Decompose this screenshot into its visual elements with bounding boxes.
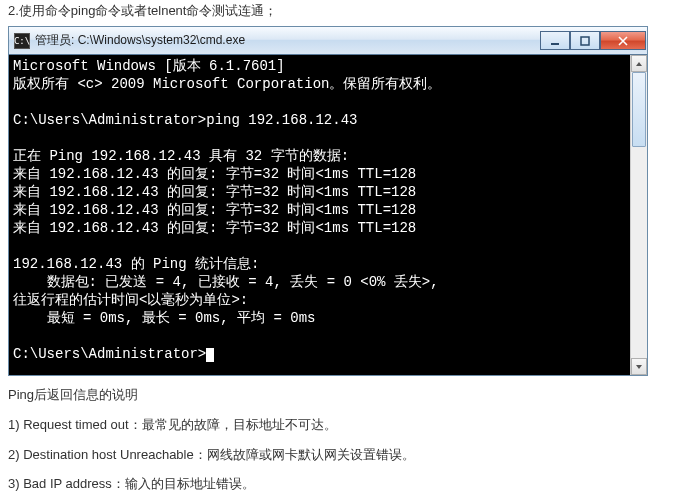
console-line: 来自 192.168.12.43 的回复: 字节=32 时间<1ms TTL=1… bbox=[13, 219, 643, 237]
svg-rect-0 bbox=[551, 43, 559, 45]
vertical-scrollbar[interactable] bbox=[630, 55, 647, 375]
step-header: 2.使用命令ping命令或者telnent命令测试连通； bbox=[0, 0, 673, 26]
cmd-window: C:\ 管理员: C:\Windows\system32\cmd.exe Mic… bbox=[8, 26, 648, 376]
scroll-thumb[interactable] bbox=[632, 72, 646, 147]
titlebar[interactable]: C:\ 管理员: C:\Windows\system32\cmd.exe bbox=[9, 27, 647, 55]
console-line: 数据包: 已发送 = 4, 已接收 = 4, 丢失 = 0 <0% 丢失>, bbox=[13, 273, 643, 291]
console-line: C:\Users\Administrator>ping 192.168.12.4… bbox=[13, 111, 643, 129]
console-line: C:\Users\Administrator> bbox=[13, 345, 643, 363]
cursor bbox=[206, 348, 214, 362]
console-output[interactable]: Microsoft Windows [版本 6.1.7601]版权所有 <c> … bbox=[9, 55, 647, 375]
console-line: 来自 192.168.12.43 的回复: 字节=32 时间<1ms TTL=1… bbox=[13, 165, 643, 183]
app-icon: C:\ bbox=[14, 33, 30, 49]
chevron-down-icon bbox=[635, 364, 643, 370]
console-line: 来自 192.168.12.43 的回复: 字节=32 时间<1ms TTL=1… bbox=[13, 183, 643, 201]
console-line bbox=[13, 237, 643, 255]
minimize-icon bbox=[550, 36, 560, 46]
maximize-button[interactable] bbox=[570, 31, 600, 50]
console-line bbox=[13, 129, 643, 147]
explanation-list: 1) Request timed out：最常见的故障，目标地址不可达。2) D… bbox=[0, 410, 673, 500]
scroll-down-button[interactable] bbox=[631, 358, 647, 375]
console-line: Microsoft Windows [版本 6.1.7601] bbox=[13, 57, 643, 75]
close-icon bbox=[617, 36, 629, 46]
chevron-up-icon bbox=[635, 61, 643, 67]
explanation-item: 3) Bad IP address：输入的目标地址错误。 bbox=[8, 469, 665, 499]
minimize-button[interactable] bbox=[540, 31, 570, 50]
window-title: 管理员: C:\Windows\system32\cmd.exe bbox=[35, 32, 540, 49]
svg-rect-1 bbox=[581, 37, 589, 45]
console-line bbox=[13, 327, 643, 345]
console-line: 正在 Ping 192.168.12.43 具有 32 字节的数据: bbox=[13, 147, 643, 165]
console-line: 来自 192.168.12.43 的回复: 字节=32 时间<1ms TTL=1… bbox=[13, 201, 643, 219]
console-line: 192.168.12.43 的 Ping 统计信息: bbox=[13, 255, 643, 273]
scroll-track[interactable] bbox=[631, 72, 647, 358]
console-line: 最短 = 0ms, 最长 = 0ms, 平均 = 0ms bbox=[13, 309, 643, 327]
console-line: 版权所有 <c> 2009 Microsoft Corporation。保留所有… bbox=[13, 75, 643, 93]
scroll-up-button[interactable] bbox=[631, 55, 647, 72]
explanation-item: 2) Destination host Unreachable：网线故障或网卡默… bbox=[8, 440, 665, 470]
maximize-icon bbox=[580, 36, 590, 46]
explanation-item: 1) Request timed out：最常见的故障，目标地址不可达。 bbox=[8, 410, 665, 440]
window-buttons bbox=[540, 31, 646, 50]
console-line bbox=[13, 93, 643, 111]
explanation-title: Ping后返回信息的说明 bbox=[0, 376, 673, 410]
console-line: 往返行程的估计时间<以毫秒为单位>: bbox=[13, 291, 643, 309]
close-button[interactable] bbox=[600, 31, 646, 50]
